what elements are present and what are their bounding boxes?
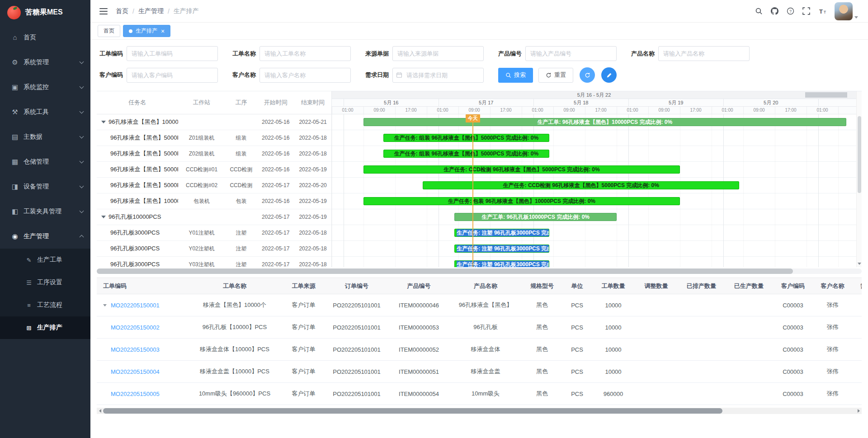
table-cell: C00003 xyxy=(773,302,813,309)
font-size-icon[interactable]: TT xyxy=(818,8,826,15)
filter-input-2[interactable] xyxy=(392,46,484,61)
workorder-link[interactable]: MO202205150001 xyxy=(111,302,160,309)
help-icon[interactable]: ? xyxy=(787,7,794,15)
sidebar-item-5[interactable]: ▦仓储管理 xyxy=(0,149,90,174)
table-cell: PO202205101001 xyxy=(325,324,388,331)
fullscreen-icon[interactable] xyxy=(802,7,810,15)
sidebar-item-7[interactable]: ◧工装夹具管理 xyxy=(0,199,90,224)
sidebar-item-1[interactable]: ⚙系统管理 xyxy=(0,50,90,75)
table-cell: 客户订单 xyxy=(282,390,325,398)
gantt-bar[interactable]: 生产任务: 包装 96孔移液盒【黑色】10000PCS 完成比例: 0% xyxy=(363,197,680,205)
timeline-range-slider[interactable] xyxy=(805,92,847,98)
filter-input-1[interactable] xyxy=(259,46,351,61)
workorder-link[interactable]: MO202205150003 xyxy=(111,346,160,353)
timeline-day-separator xyxy=(533,99,534,106)
tab-close-icon[interactable]: × xyxy=(161,28,165,34)
filter-input-3[interactable] xyxy=(525,46,617,61)
filter-field-1: 工单名称 xyxy=(232,46,351,61)
filter-input-5[interactable] xyxy=(127,68,218,83)
table-column-header: 需求日期 xyxy=(852,282,862,290)
gantt-horizontal-scrollbar[interactable] xyxy=(97,268,862,274)
gantt-vertical-scrollbar[interactable] xyxy=(856,91,862,267)
sidebar-item-0[interactable]: ⌂首页 xyxy=(0,25,90,50)
gantt-table-row[interactable]: 96孔孔板3000PCSY02注塑机注塑2022-05-172022-05-18 xyxy=(97,241,331,257)
gantt-table-row[interactable]: 96孔孔板3000PCSY03注塑机注塑2022-05-172022-05-18 xyxy=(97,257,331,267)
gantt-table-row[interactable]: 96孔移液盒【黑色】5000PCSCCD检测#01CCD检测2022-05-16… xyxy=(97,162,331,178)
sidebar-subitem-0[interactable]: ✎生产工单 xyxy=(0,249,90,271)
table-cell: 96孔孔板 xyxy=(449,323,522,331)
gantt-bar[interactable]: 生产任务: 组装 96孔移液盒【黑色】5000PCS 完成比例: 0% xyxy=(383,134,550,142)
gantt-bar[interactable]: 生产任务: CCD检测 96孔移液盒【黑色】5000PCS 完成比例: 0% xyxy=(363,165,680,174)
gantt-table-row[interactable]: 96孔移液盒【黑色】5000PCSZ01组装机组装2022-05-162022-… xyxy=(97,130,331,146)
hamburger-icon[interactable] xyxy=(99,8,108,15)
table-cell: ITEM00000046 xyxy=(388,302,449,309)
sidebar-subitem-3[interactable]: ⊞生产排产 xyxy=(0,316,90,339)
workorder-link[interactable]: MO202205150004 xyxy=(111,368,160,375)
filter-input-7[interactable] xyxy=(392,68,484,83)
row-expand-caret-icon[interactable] xyxy=(103,304,107,306)
table-cell: 张伟 xyxy=(813,367,852,376)
sidebar-subitem-1[interactable]: ☰工序设置 xyxy=(0,271,90,294)
breadcrumb-item-0[interactable]: 首页 xyxy=(116,7,128,15)
search-icon[interactable] xyxy=(755,7,763,15)
sidebar-subitem-2[interactable]: ≡工艺流程 xyxy=(0,294,90,316)
breadcrumb-item-1[interactable]: 生产管理 xyxy=(138,7,164,15)
gantt-bar[interactable]: 生产任务: 注塑 96孔孔板3000PCS 完成比例: 0% xyxy=(454,245,549,253)
gantt-end-cell: 2022-05-18 xyxy=(294,135,331,141)
gantt-table-row[interactable]: 96孔移液盒【黑色】10000PCS包装机包装2022-05-162022-05… xyxy=(97,193,331,209)
filter-input-6[interactable] xyxy=(259,68,351,83)
user-menu[interactable] xyxy=(835,2,858,20)
sidebar-item-8[interactable]: ◉生产管理 xyxy=(0,224,90,249)
gantt-bar[interactable]: 生产任务: 注塑 96孔孔板3000PCS 完成比例: 0% xyxy=(454,229,549,237)
expand-caret-icon[interactable] xyxy=(101,216,106,218)
avatar[interactable] xyxy=(835,2,853,20)
scroll-right-arrow-icon[interactable] xyxy=(855,408,862,414)
sidebar-item-2[interactable]: ▣系统监控 xyxy=(0,75,90,99)
gantt-table-row[interactable]: 96孔移液盒【黑色】5000PCSZ02组装机组装2022-05-162022-… xyxy=(97,146,331,162)
gantt-table-row[interactable]: 96孔孔板3000PCSY01注塑机注塑2022-05-172022-05-18 xyxy=(97,225,331,241)
expand-caret-icon[interactable] xyxy=(101,121,106,123)
gantt-hscroll-thumb[interactable] xyxy=(97,268,793,274)
scroll-down-arrow-icon[interactable] xyxy=(857,261,862,266)
filter-field-0: 工单编码 xyxy=(99,46,218,61)
gantt-bar[interactable]: 生产任务: 注塑 96孔孔板3000PCS 完成比例: 0% xyxy=(454,260,549,267)
gantt-table-row[interactable]: 96孔孔板10000PCS2022-05-172022-05-19 xyxy=(97,209,331,225)
table-row[interactable]: MO20220515000296孔孔板【10000】PCS客户订单PO20220… xyxy=(97,316,862,339)
table-horizontal-scrollbar[interactable] xyxy=(97,408,862,414)
filter-input-0[interactable] xyxy=(127,46,218,61)
table-cell: 10000 xyxy=(592,368,635,375)
refresh-circle-button[interactable] xyxy=(580,67,595,83)
gantt-table-row[interactable]: 96孔移液盒【黑色】10000PCS2022-05-162022-05-21 xyxy=(97,114,331,130)
reset-button[interactable]: 重置 xyxy=(538,68,573,83)
table-row[interactable]: MO20220515000510mm吸头【960000】PCS客户订单PO202… xyxy=(97,383,862,405)
workorder-link[interactable]: MO202205150002 xyxy=(111,324,160,331)
table-row[interactable]: MO202205150003移液盒盒体【10000】PCS客户订单PO20220… xyxy=(97,339,862,361)
tab-1[interactable]: 生产排产× xyxy=(123,25,170,37)
topbar-actions: ? TT xyxy=(755,2,858,20)
gantt-bar[interactable]: 生产任务: 组装 96孔移液盒【黑色】5000PCS 完成比例: 0% xyxy=(383,150,550,158)
sidebar-item-4[interactable]: ▤主数据 xyxy=(0,124,90,149)
table-row[interactable]: MO202205150004移液盒盒盖【10000】PCS客户订单PO20220… xyxy=(97,361,862,383)
workorder-link[interactable]: MO202205150005 xyxy=(111,391,160,397)
gantt-bar[interactable]: 生产任务: CCD检测 96孔移液盒【黑色】5000PCS 完成比例: 0% xyxy=(423,181,739,189)
gantt-station-cell: CCD检测#02 xyxy=(178,182,226,189)
table-cell-code: MO202205150005 xyxy=(97,391,187,397)
gantt-bar[interactable]: 生产工单: 96孔移液盒【黑色】10000PCS 完成比例: 0% xyxy=(363,118,846,126)
filter-field-7: 需求日期 xyxy=(365,68,484,83)
table-row[interactable]: MO202205150001移液盒【黑色】10000个客户订单PO2022051… xyxy=(97,294,862,316)
table-hscroll-thumb[interactable] xyxy=(103,408,722,414)
gantt-bar[interactable]: 生产工单: 96孔孔板10000PCS 完成比例: 0% xyxy=(454,213,617,221)
filter-input-4[interactable] xyxy=(658,46,750,61)
gantt-column-header: 工序 xyxy=(225,99,257,107)
scroll-left-arrow-icon[interactable] xyxy=(97,408,103,414)
gantt-start-cell: 2022-05-16 xyxy=(257,119,294,125)
github-icon[interactable] xyxy=(771,7,778,15)
sidebar-item-3[interactable]: ⚒系统工具 xyxy=(0,99,90,124)
sidebar-item-6[interactable]: ◨设备管理 xyxy=(0,174,90,199)
gantt-vscroll-thumb[interactable] xyxy=(858,116,861,193)
filter-field-4: 产品名称 xyxy=(631,46,750,61)
gantt-table-row[interactable]: 96孔移液盒【黑色】5000PCSCCD检测#02CCD检测2022-05-17… xyxy=(97,178,331,193)
tab-0[interactable]: 首页 xyxy=(98,25,120,37)
edit-circle-button[interactable] xyxy=(601,67,617,83)
search-button[interactable]: 搜索 xyxy=(498,68,533,83)
